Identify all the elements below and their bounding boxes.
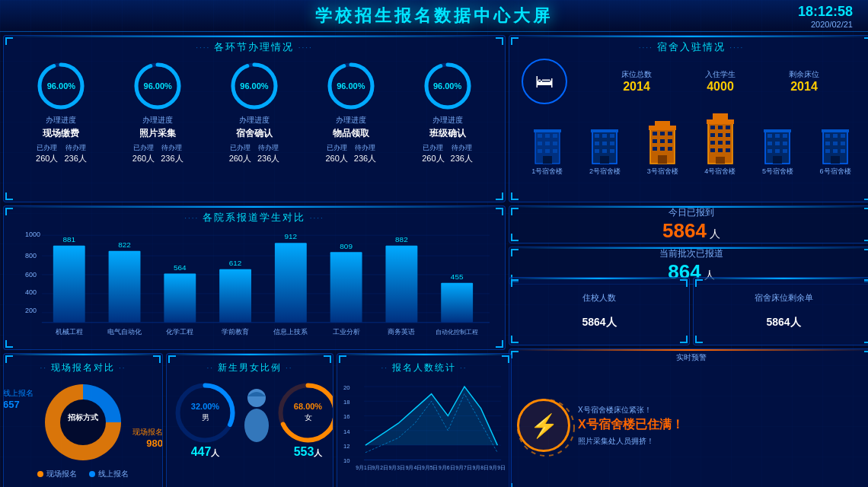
svg-rect-56 (726, 141, 730, 145)
svg-rect-20 (543, 156, 552, 164)
svg-rect-68 (775, 142, 780, 145)
svg-text:化学工程: 化学工程 (166, 328, 193, 336)
svg-rect-51 (710, 133, 715, 137)
svg-rect-85 (831, 156, 840, 164)
svg-rect-60 (716, 157, 725, 164)
svg-rect-30 (602, 149, 607, 153)
svg-rect-50 (726, 126, 730, 129)
svg-rect-41 (653, 147, 657, 151)
process-item-3: 96.00% 办理进度 宿舍确认 已办理 260人 待办理 236人 (212, 60, 296, 164)
svg-rect-101 (109, 251, 141, 323)
svg-text:68.00%: 68.00% (294, 402, 323, 411)
svg-rect-26 (595, 142, 599, 145)
svg-point-123 (60, 399, 106, 445)
svg-rect-14 (538, 142, 542, 145)
svg-rect-69 (783, 142, 787, 145)
pie-panel: ·· 现场报名对比 ·· 招标方式 (3, 353, 163, 487)
bar-chart-title: ···· 各院系报道学生对比 ···· (4, 206, 505, 228)
svg-rect-28 (610, 142, 614, 145)
svg-text:20: 20 (343, 384, 350, 391)
svg-text:200: 200 (25, 307, 37, 314)
svg-text:信息上技系: 信息上技系 (273, 328, 308, 336)
svg-rect-19 (553, 149, 557, 153)
svg-text:455: 455 (451, 272, 464, 281)
process-item-4: 96.00% 办理进度 物品领取 已办理 260人 待办理 236人 (309, 60, 393, 164)
svg-text:612: 612 (229, 259, 242, 267)
svg-rect-24 (602, 134, 607, 138)
svg-rect-77 (833, 134, 838, 138)
svg-rect-29 (595, 149, 599, 153)
process-item-2: 96.00% 办理进度 照片采集 已办理 260人 待办理 236人 (116, 60, 199, 164)
gender-panel: ·· 新生男女比例 ·· 32.00% 男 (166, 353, 333, 487)
svg-text:9月2日: 9月2日 (372, 465, 388, 470)
process-items: 96.00% 办理进度 现场缴费 已办理 260人 待办理 236人 (7, 57, 502, 164)
svg-rect-13 (553, 134, 557, 138)
svg-point-130 (244, 409, 269, 442)
svg-rect-73 (773, 156, 782, 164)
svg-rect-12 (545, 134, 550, 138)
svg-rect-67 (767, 142, 772, 145)
svg-text:600: 600 (25, 271, 37, 279)
svg-text:800: 800 (25, 252, 37, 259)
svg-rect-74 (764, 129, 791, 132)
svg-point-129 (247, 389, 266, 407)
svg-rect-80 (833, 142, 838, 145)
svg-rect-66 (783, 134, 787, 138)
bar-chart-area: 1000 800 600 400 200 881 机械工程 822 (4, 228, 505, 345)
svg-text:9月7日: 9月7日 (455, 465, 472, 470)
dorm-buildings: 1号宿舍楼 2号宿舍楼 (514, 109, 868, 180)
svg-rect-11 (538, 134, 542, 138)
svg-text:809: 809 (340, 242, 353, 250)
svg-rect-71 (775, 149, 780, 153)
svg-rect-42 (660, 147, 665, 151)
dorm-panel: ···· 宿舍入驻情况 ···· 🛏 床位总数 2014 入住学生 4000 (509, 35, 868, 202)
svg-rect-40 (668, 139, 672, 143)
svg-rect-49 (718, 126, 723, 129)
svg-rect-33 (591, 129, 618, 132)
svg-rect-72 (783, 149, 787, 153)
svg-rect-44 (658, 155, 667, 164)
svg-text:9月6日: 9月6日 (439, 465, 455, 470)
svg-rect-46 (655, 121, 670, 127)
svg-rect-16 (553, 142, 557, 145)
svg-rect-98 (53, 246, 85, 323)
svg-text:9月1日: 9月1日 (356, 465, 372, 470)
header-date: 2020/02/21 (798, 19, 853, 28)
svg-text:564: 564 (174, 263, 187, 272)
svg-rect-86 (822, 129, 849, 132)
process-title: ···· 各环节办理情况 ···· (7, 36, 502, 57)
svg-rect-54 (710, 141, 715, 145)
svg-rect-82 (825, 149, 830, 153)
svg-text:9月5日: 9月5日 (422, 465, 439, 470)
svg-rect-55 (718, 141, 723, 145)
alert-icon-wrap: ⚡ (517, 399, 570, 452)
line-chart-panel: ·· 报名人数统计 ·· 20 18 16 14 (337, 353, 512, 487)
svg-rect-18 (545, 149, 550, 153)
svg-rect-57 (710, 148, 715, 152)
svg-text:12: 12 (343, 443, 350, 450)
svg-rect-83 (833, 149, 838, 153)
svg-rect-107 (219, 269, 251, 323)
svg-rect-81 (841, 142, 845, 145)
svg-rect-25 (610, 134, 614, 138)
svg-rect-36 (660, 132, 665, 135)
svg-rect-48 (710, 126, 715, 129)
svg-rect-27 (602, 142, 607, 145)
svg-rect-79 (825, 142, 830, 145)
svg-text:912: 912 (285, 232, 298, 240)
alert-panel: 实时预警 ⚡ X号宿舍楼床位紧张！ X号宿舍楼已住满！ 照片采集处人员拥挤！ (509, 349, 868, 487)
header: 学校招生报名数据中心大屏 18:12:58 2020/02/21 (0, 0, 868, 32)
process-item-1: 96.00% 办理进度 现场缴费 已办理 260人 待办理 236人 (19, 60, 103, 164)
svg-rect-38 (653, 139, 657, 143)
header-right: 18:12:58 2020/02/21 (798, 3, 853, 28)
svg-text:自动化控制工程: 自动化控制工程 (436, 329, 478, 336)
svg-rect-62 (713, 113, 728, 121)
today-panel: 今日已报到 5864 人 当前批次已报道 864 人 (509, 205, 868, 274)
svg-text:18: 18 (343, 399, 350, 406)
svg-text:400: 400 (25, 288, 37, 296)
bottom-left-row: ·· 现场报名对比 ·· 招标方式 (3, 353, 506, 487)
svg-rect-119 (441, 283, 473, 323)
bar-chart-panel: ···· 各院系报道学生对比 ···· 1000 800 600 400 200 (3, 205, 506, 350)
svg-rect-39 (660, 139, 665, 143)
svg-text:9月8日: 9月8日 (472, 465, 489, 470)
